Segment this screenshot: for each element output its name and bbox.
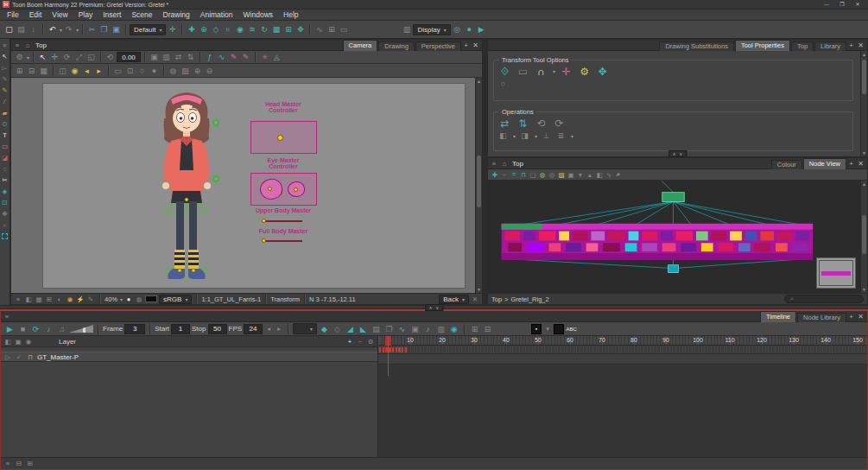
master-composite-node[interactable] bbox=[662, 193, 684, 202]
safe-area-icon[interactable]: ⊡ bbox=[124, 66, 136, 76]
tab-node-view[interactable]: Node View bbox=[803, 158, 846, 169]
menu-file[interactable]: File bbox=[2, 10, 24, 19]
status-grid-icon[interactable]: ▦ bbox=[35, 294, 43, 304]
flip-horizontal-icon[interactable]: ⇄ bbox=[173, 52, 184, 62]
select-mode-icon[interactable]: ▭ bbox=[516, 65, 530, 78]
status-light-table-icon[interactable]: ◐ bbox=[55, 294, 64, 304]
data-view-icon[interactable]: ▥ bbox=[435, 324, 447, 334]
sound-toggle-icon[interactable]: ♪ bbox=[43, 324, 54, 334]
add-node-icon[interactable]: ✚ bbox=[491, 169, 499, 180]
tab-perspective[interactable]: Perspective bbox=[415, 41, 461, 51]
show-sound-icon[interactable]: ♪ bbox=[422, 324, 434, 334]
lock-icon[interactable]: ▣ bbox=[149, 52, 160, 62]
collapse-down-icon[interactable]: ∨ bbox=[678, 151, 685, 156]
splitter-collapse-widget[interactable]: ∧ ∨ bbox=[425, 304, 443, 311]
rotate-icon[interactable]: ⟳ bbox=[61, 52, 73, 62]
node-view-scrollbar[interactable]: ▲ ▼ bbox=[860, 181, 867, 293]
panel-collapse-widget[interactable]: ∧ ∨ bbox=[668, 150, 687, 157]
select-tool-icon[interactable]: ▻ bbox=[0, 62, 10, 73]
zoom-timeline-out-icon[interactable]: ⊟ bbox=[15, 459, 23, 469]
frame-grid-row[interactable] bbox=[378, 346, 867, 354]
velocity-editor-icon[interactable]: ✎ bbox=[240, 52, 251, 62]
exposure-marks[interactable] bbox=[379, 347, 408, 352]
peg-node-icon[interactable]: ⊓ bbox=[519, 169, 528, 180]
background-color-swatch[interactable] bbox=[145, 295, 157, 302]
stamp-tool-icon[interactable]: ◪ bbox=[0, 152, 10, 163]
play-preview-icon[interactable]: ▶ bbox=[476, 22, 487, 36]
menu-drawing[interactable]: Drawing bbox=[158, 10, 195, 19]
start-field[interactable] bbox=[171, 324, 190, 334]
frame-step-forward-icon[interactable]: ▸ bbox=[275, 324, 283, 334]
onion-column-icon[interactable]: ◉ bbox=[24, 336, 33, 346]
thumbnail-icon[interactable]: ◧ bbox=[24, 294, 33, 304]
scroll-up-icon[interactable]: ▲ bbox=[861, 51, 867, 58]
set-ease-icon[interactable]: ∿ bbox=[396, 324, 408, 334]
tab-node-library[interactable]: Node Library bbox=[797, 313, 846, 322]
enter-group-icon[interactable]: ▾ bbox=[576, 169, 585, 180]
duplicate-drawing-icon[interactable]: ❐ bbox=[383, 324, 395, 334]
scroll-down-icon[interactable]: ▼ bbox=[861, 149, 867, 156]
tab-colour[interactable]: Colour bbox=[771, 160, 802, 169]
leg-controller-rings[interactable] bbox=[165, 206, 208, 277]
gear-icon[interactable]: ⚙ bbox=[14, 52, 25, 62]
redo-chevron-icon[interactable]: ▾ bbox=[76, 27, 79, 33]
add-composite-icon[interactable]: ⌗ bbox=[222, 22, 233, 36]
status-menu-icon[interactable]: ≡ bbox=[14, 294, 22, 304]
eraser-tool-icon[interactable]: ▭ bbox=[0, 141, 10, 152]
color-ring-icon[interactable]: ◍ bbox=[135, 294, 143, 304]
timeline-mode-select[interactable]: ▾ bbox=[293, 323, 317, 334]
show-thumbnails-icon[interactable]: ◧ bbox=[595, 169, 604, 180]
waypoint-node[interactable] bbox=[668, 265, 679, 273]
scrollbar-thumb[interactable] bbox=[862, 60, 866, 94]
render-mode-icon[interactable]: ● bbox=[149, 66, 160, 76]
onion-skin-toggle-icon[interactable]: ◉ bbox=[234, 22, 245, 36]
render-view-icon[interactable]: ● bbox=[464, 22, 475, 36]
sound-scrubbing-icon[interactable]: ♫ bbox=[56, 324, 67, 334]
menu-windows[interactable]: Windows bbox=[238, 10, 278, 19]
show-grid-icon[interactable]: ⊞ bbox=[326, 22, 337, 36]
scrollbar-thumb[interactable] bbox=[477, 156, 481, 207]
edit-drawing-icon[interactable]: ✎ bbox=[228, 52, 239, 62]
function-curve-icon[interactable]: ∿ bbox=[216, 52, 227, 62]
eye-master-controller[interactable] bbox=[250, 173, 317, 206]
scroll-up-icon[interactable]: ▲ bbox=[861, 181, 867, 187]
tab-library[interactable]: Library bbox=[814, 41, 846, 51]
order-chevron-icon[interactable]: ▾ bbox=[571, 133, 573, 139]
zoom-tool-icon[interactable]: ⌕ bbox=[0, 219, 10, 231]
camera-mask-icon[interactable]: ▭ bbox=[112, 66, 124, 76]
backdrop-icon[interactable]: ▨ bbox=[557, 169, 566, 180]
transform-tool-icon[interactable]: ↖ bbox=[0, 51, 10, 62]
paste-icon[interactable]: ▣ bbox=[111, 22, 122, 36]
rotation-pivot-icon[interactable]: ○ bbox=[497, 79, 509, 89]
status-onion-icon[interactable]: ◉ bbox=[66, 294, 74, 304]
backdrop-icon[interactable]: ▨ bbox=[180, 66, 191, 76]
close-view-icon[interactable]: ✕ bbox=[856, 159, 865, 169]
align-left-chevron-icon[interactable]: ▾ bbox=[513, 133, 516, 139]
paste-special-icon[interactable]: ⊞ bbox=[469, 324, 480, 334]
add-camera-icon[interactable]: ◇ bbox=[210, 22, 221, 36]
composite-node-icon[interactable]: ⌗ bbox=[510, 169, 518, 180]
full-body-slider-handle[interactable] bbox=[262, 238, 266, 243]
node-view-navigator[interactable] bbox=[816, 257, 856, 289]
expand-layer-icon[interactable]: ▷ bbox=[3, 352, 12, 362]
home-icon[interactable]: ⌂ bbox=[23, 40, 32, 50]
scroll-down-icon[interactable]: ▼ bbox=[861, 286, 867, 293]
close-view-icon[interactable]: ✕ bbox=[856, 312, 865, 322]
menu-edit[interactable]: Edit bbox=[24, 10, 48, 19]
close-view-icon[interactable]: ✕ bbox=[856, 41, 865, 51]
brush-tool-icon[interactable]: ✎ bbox=[0, 85, 10, 96]
exit-group-icon[interactable]: ▴ bbox=[586, 169, 594, 180]
redo-icon[interactable]: ↷ bbox=[63, 22, 74, 36]
cut-icon[interactable]: ✂ bbox=[86, 22, 98, 36]
tab-drawing[interactable]: Drawing bbox=[378, 41, 415, 51]
transform-icon[interactable]: ✛ bbox=[49, 52, 60, 62]
layer-name[interactable]: GT_Master-P bbox=[37, 353, 79, 361]
display-select[interactable]: Display ▾ bbox=[413, 24, 450, 35]
play-button[interactable]: ▶ bbox=[4, 324, 16, 334]
panel-menu-icon[interactable]: ≡ bbox=[490, 158, 498, 168]
save-icon[interactable]: ↓ bbox=[28, 22, 39, 36]
status-safe-area-icon[interactable]: ⊞ bbox=[45, 294, 54, 304]
motion-keyframe-icon[interactable]: ◢ bbox=[345, 324, 356, 334]
search-nodes-icon[interactable]: ⌕ bbox=[614, 169, 623, 180]
collapse-up-icon[interactable]: ∧ bbox=[671, 151, 678, 156]
